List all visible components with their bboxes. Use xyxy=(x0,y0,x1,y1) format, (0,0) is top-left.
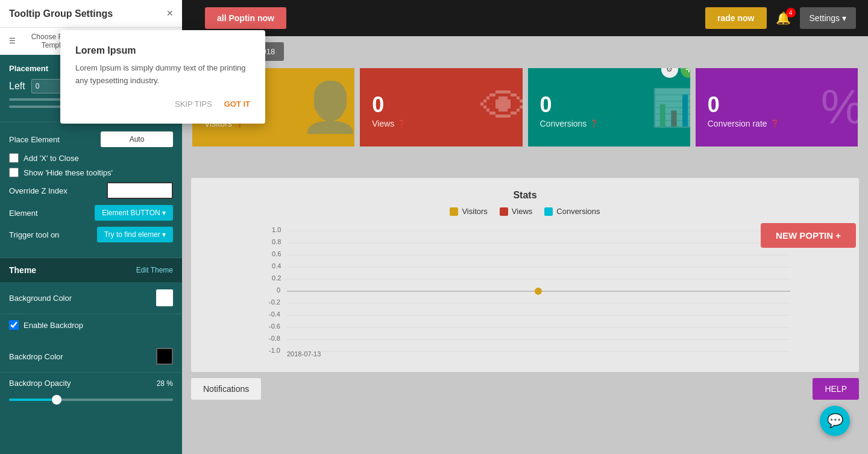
legend-conversions-label: Conversions xyxy=(556,207,600,216)
place-element-label: Place Element xyxy=(9,135,60,144)
chat-bubble[interactable]: 💬 xyxy=(820,406,850,436)
legend-conversions: Conversions xyxy=(544,207,600,216)
svg-text:-0.8: -0.8 xyxy=(269,335,280,342)
legend-views-label: Views xyxy=(512,207,532,216)
help-button[interactable]: HELP xyxy=(813,378,859,400)
place-element-section: Place Element Auto Add 'X' to Close Show… xyxy=(0,122,182,258)
opacity-slider-track[interactable] xyxy=(9,399,173,401)
show-hide-label: Show 'Hide these tooltips' xyxy=(24,168,113,177)
modal-overlay: Lorem Ipsum Lorem Ipsum is simply dummy … xyxy=(60,30,265,124)
trigger-button[interactable]: Try to find elemer ▾ xyxy=(97,227,173,242)
backdrop-opacity-value: 28 % xyxy=(157,379,173,388)
panel-header: Tooltip Group Settings × xyxy=(0,0,182,28)
chart-title: Stats xyxy=(203,190,847,201)
legend-views-dot xyxy=(500,207,508,216)
show-hide-row: Show 'Hide these tooltips' xyxy=(9,168,173,177)
svg-text:-0.2: -0.2 xyxy=(269,298,280,306)
bg-color-label: Background Color xyxy=(9,294,72,303)
svg-text:0.4: 0.4 xyxy=(272,262,281,270)
modal-box: Lorem Ipsum Lorem Ipsum is simply dummy … xyxy=(60,30,265,124)
install-button[interactable]: all Poptin now xyxy=(205,7,286,29)
views-label: Views ❓ xyxy=(372,119,406,128)
conversions-card-actions: ⚙ ✛ xyxy=(661,68,690,78)
main-content: ▼ Today 07/13/2018 ✓ ✕ 👤 0 Visitors ❓ xyxy=(182,0,868,454)
left-label: Left xyxy=(9,81,25,92)
backdrop-color-swatch[interactable] xyxy=(156,348,173,365)
element-label: Element xyxy=(9,209,38,218)
opacity-slider-thumb[interactable] xyxy=(52,395,61,405)
conversions-label: Conversions ❓ xyxy=(540,119,599,128)
template-icon: ☰ xyxy=(9,37,16,45)
svg-text:2018-07-13: 2018-07-13 xyxy=(287,350,321,358)
bg-color-swatch[interactable] xyxy=(156,289,173,306)
place-element-select[interactable]: Auto xyxy=(101,131,173,147)
backdrop-opacity-label: Backdrop Opacity xyxy=(9,379,71,388)
modal-title: Lorem Ipsum xyxy=(75,45,250,56)
enable-backdrop-checkbox-row: Enable Backdrop xyxy=(9,320,173,330)
conversions-help-icon[interactable]: ❓ xyxy=(590,119,599,128)
add-x-row: Add 'X' to Close xyxy=(9,153,173,163)
upgrade-button[interactable]: rade now xyxy=(705,7,766,29)
views-icon: 👁 xyxy=(480,80,523,135)
element-button[interactable]: Element BUTTON ▾ xyxy=(95,205,173,221)
svg-text:0.8: 0.8 xyxy=(272,238,281,245)
modal-actions: SKIP TIPS GOT IT xyxy=(75,99,250,109)
conversion-rate-label: Conversion rate ❓ xyxy=(708,119,779,128)
conversions-value: 0 xyxy=(540,94,552,116)
override-z-input[interactable] xyxy=(107,182,173,199)
notification-badge: 4 xyxy=(786,8,796,17)
chart-legend: Visitors Views Conversions xyxy=(203,207,847,216)
stats-cards-row: ✓ ✕ 👤 0 Visitors ❓ 👁 0 Views ❓ xyxy=(191,67,859,148)
got-it-button[interactable]: GOT IT xyxy=(224,99,250,109)
enable-backdrop-row: Enable Backdrop xyxy=(0,314,182,341)
views-value: 0 xyxy=(372,94,384,116)
panel-title: Tooltip Group Settings xyxy=(9,8,113,19)
add-x-label: Add 'X' to Close xyxy=(24,154,79,163)
notifications-bar: Notifications HELP xyxy=(191,378,859,400)
enable-backdrop-label: Enable Backdrop xyxy=(24,321,83,330)
backdrop-opacity-row: Backdrop Opacity 28 % xyxy=(0,373,182,394)
svg-text:0.6: 0.6 xyxy=(272,250,281,257)
legend-views: Views xyxy=(500,207,532,216)
views-help-icon[interactable]: ❓ xyxy=(397,119,406,128)
svg-text:-1.0: -1.0 xyxy=(269,347,280,354)
element-row: Element Element BUTTON ▾ xyxy=(9,205,173,221)
notifications-button[interactable]: Notifications xyxy=(191,378,261,400)
edit-theme-link[interactable]: Edit Theme xyxy=(136,266,173,274)
conversions-move-button[interactable]: ✛ xyxy=(681,68,690,78)
override-z-row: Override Z Index xyxy=(9,182,173,199)
theme-section: Theme Edit Theme xyxy=(0,258,182,282)
svg-text:-0.6: -0.6 xyxy=(269,323,280,330)
conversion-rate-help-icon[interactable]: ❓ xyxy=(770,119,779,128)
enable-backdrop-checkbox[interactable] xyxy=(9,320,19,330)
trigger-row: Trigger tool on Try to find elemer ▾ xyxy=(9,227,173,242)
visitors-data-point xyxy=(535,288,542,295)
trigger-label: Trigger tool on xyxy=(9,230,59,239)
notification-bell[interactable]: 🔔 4 xyxy=(776,11,791,25)
svg-text:-0.4: -0.4 xyxy=(269,311,280,318)
bg-color-row: Background Color xyxy=(0,282,182,314)
svg-text:1.0: 1.0 xyxy=(272,226,281,233)
backdrop-color-label: Backdrop Color xyxy=(9,352,63,361)
chat-icon: 💬 xyxy=(827,413,843,429)
conversions-settings-button[interactable]: ⚙ xyxy=(661,68,678,78)
override-z-label: Override Z Index xyxy=(9,186,68,195)
legend-visitors: Visitors xyxy=(450,207,487,216)
skip-tips-button[interactable]: SKIP TIPS xyxy=(175,99,212,109)
backdrop-color-row: Backdrop Color xyxy=(0,341,182,373)
date-bar: ▼ Today 07/13/2018 xyxy=(191,42,859,61)
new-poptin-button[interactable]: NEW POPTIN + xyxy=(761,223,856,248)
views-card: 👁 0 Views ❓ xyxy=(360,68,522,147)
chart-area: Stats Visitors Views Conversions 1.0 xyxy=(191,178,859,372)
add-x-checkbox[interactable] xyxy=(9,153,19,163)
conversions-icon: 📊 xyxy=(651,86,690,129)
settings-button[interactable]: Settings ▾ xyxy=(800,7,856,29)
close-button[interactable]: × xyxy=(166,7,173,20)
conversions-card: ⚙ ✛ 📊 0 Conversions ❓ xyxy=(528,68,690,147)
conversion-rate-value: 0 xyxy=(708,94,720,116)
legend-visitors-label: Visitors xyxy=(462,207,487,216)
place-element-row: Place Element Auto xyxy=(9,131,173,147)
show-hide-checkbox[interactable] xyxy=(9,168,19,177)
conversion-rate-card: % 0 Conversion rate ❓ xyxy=(696,68,858,147)
legend-visitors-dot xyxy=(450,207,458,216)
